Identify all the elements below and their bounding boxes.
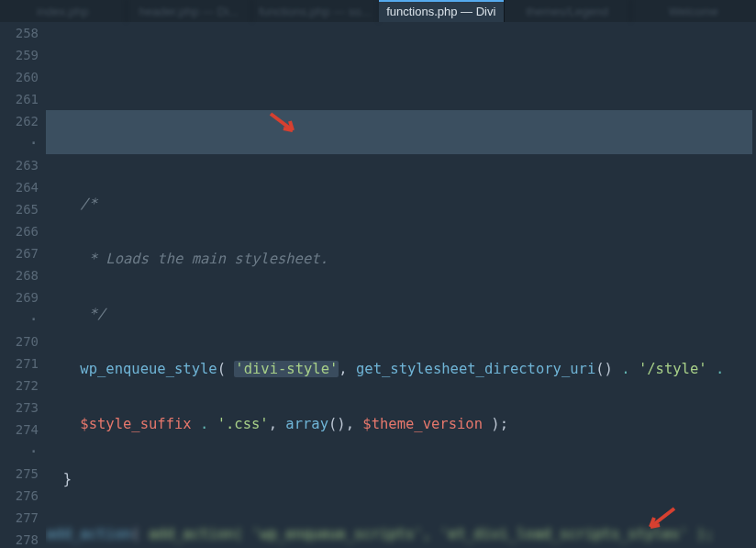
tab-0[interactable]: index.php	[0, 0, 127, 22]
line-263: }	[46, 468, 756, 490]
line-262: wp_enqueue_style( 'divi-style', get_styl…	[46, 358, 756, 380]
line-258	[46, 138, 756, 160]
tab-5[interactable]: Welcome	[631, 0, 757, 22]
line-261: */	[46, 303, 756, 325]
line-gutter: 258 259 260 261 262 · 263 264 265 266 26…	[0, 22, 46, 548]
line-259: /*	[46, 193, 756, 215]
line-262-cont: $style_suffix . '.css', array(), $theme_…	[46, 413, 756, 435]
tab-1[interactable]: header.php — Di...	[127, 0, 253, 22]
code-editor[interactable]: 258 259 260 261 262 · 263 264 265 266 26…	[0, 22, 756, 548]
code-area[interactable]: /* * Loads the main stylesheet. */ wp_en…	[46, 22, 756, 548]
tab-3-active[interactable]: functions.php — Divi	[379, 0, 506, 22]
tab-4[interactable]: themes/Legend	[505, 0, 631, 22]
line-264: add_action( add_action( 'wp_enqueue_scri…	[46, 523, 756, 545]
tab-bar: index.php header.php — Di... functions.p…	[0, 0, 756, 22]
tab-2[interactable]: functions.php — so...	[252, 0, 379, 22]
line-260: * Loads the main stylesheet.	[46, 248, 756, 270]
selection-divi-style: 'divi-style'	[234, 361, 339, 377]
